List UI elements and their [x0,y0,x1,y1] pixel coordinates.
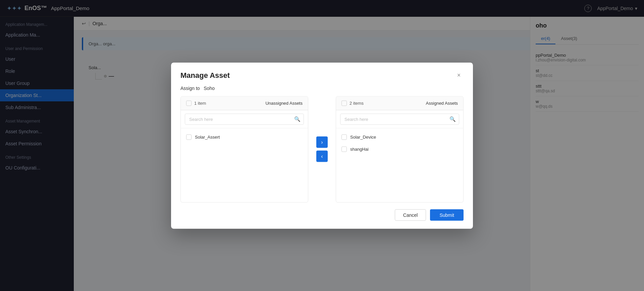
assigned-search-icon: 🔍 [449,116,456,122]
assigned-select-all-checkbox[interactable] [341,100,347,106]
modal-close-button[interactable]: × [454,70,464,80]
assigned-panel: 2 items Assigned Assets 🔍 Solar_Device s… [336,96,464,202]
backward-button[interactable]: ‹ [316,151,328,162]
assigned-item-checkbox-1[interactable] [341,146,347,152]
unassigned-search-icon: 🔍 [294,116,301,122]
cancel-button[interactable]: Cancel [395,209,426,221]
unassigned-search-input[interactable] [185,113,304,125]
modal-title: Manage Asset [180,71,230,80]
assign-target: Soho [204,85,215,91]
assigned-item-shanghai[interactable]: shangHai [336,143,463,155]
submit-button[interactable]: Submit [430,209,464,221]
assign-label: Assign to [180,85,200,91]
assigned-label: Assigned Assets [426,101,458,106]
assigned-item-label-1: shangHai [350,147,369,152]
unassigned-list: Solar_Assert [181,128,308,202]
unassigned-item-label-0: Solar_Assert [195,135,220,140]
modal-header: Manage Asset × [171,62,473,85]
modal-body: 1 item Unassigned Assets 🔍 Solar_Assert … [171,96,473,202]
forward-button[interactable]: › [316,137,328,148]
assigned-item-label-0: Solar_Device [350,135,376,140]
unassigned-label: Unassigned Assets [265,101,303,106]
assigned-item-checkbox-0[interactable] [341,134,347,140]
assigned-item-solar-device[interactable]: Solar_Device [336,131,463,143]
assigned-count: 2 items [350,101,364,106]
unassigned-item-solar-assert[interactable]: Solar_Assert [181,131,308,143]
modal-assign-row: Assign to Soho [171,85,473,96]
unassigned-panel-header: 1 item Unassigned Assets [181,96,308,110]
assigned-panel-header: 2 items Assigned Assets [336,96,463,110]
unassigned-count: 1 item [194,101,206,106]
unassigned-item-checkbox-0[interactable] [186,134,192,140]
modal-footer: Cancel Submit [171,202,473,229]
manage-asset-modal: Manage Asset × Assign to Soho 1 item Una… [171,62,473,229]
transfer-buttons: › ‹ [315,96,329,202]
assigned-search-input[interactable] [340,113,459,125]
unassigned-select-all-checkbox[interactable] [186,100,192,106]
assigned-search-area: 🔍 [336,110,463,128]
unassigned-panel: 1 item Unassigned Assets 🔍 Solar_Assert [180,96,308,202]
unassigned-search-area: 🔍 [181,110,308,128]
assigned-list: Solar_Device shangHai [336,128,463,202]
